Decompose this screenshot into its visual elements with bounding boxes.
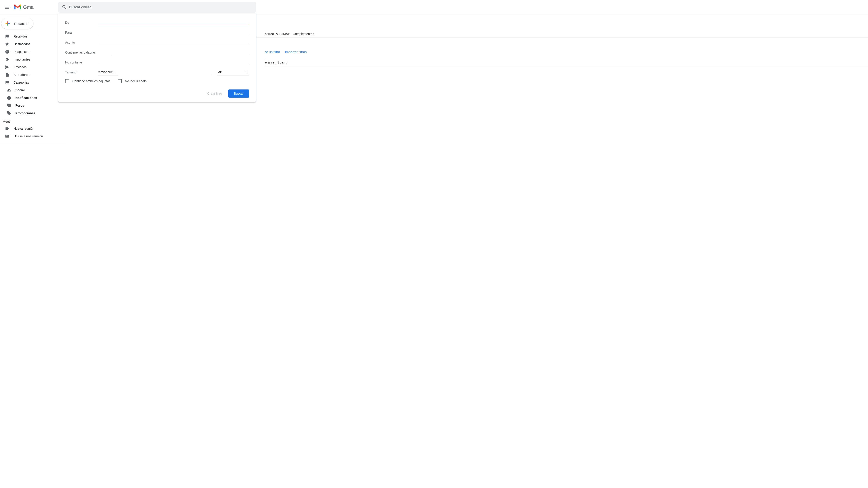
search-bar[interactable] xyxy=(58,2,256,13)
people-icon xyxy=(7,88,11,92)
sidebar-item-label: Categorías xyxy=(13,80,29,84)
sidebar-item-new-meeting[interactable]: Nueva reunión xyxy=(0,125,66,132)
info-icon xyxy=(7,96,11,100)
import-filters-link[interactable]: Importar filtros xyxy=(285,50,307,54)
search-container: De Para Asunto Contiene las palabras No … xyxy=(58,2,256,13)
sidebar-item-label: Promociones xyxy=(16,111,35,115)
filter-to-input[interactable] xyxy=(98,30,249,35)
important-icon xyxy=(5,57,9,62)
inbox-icon xyxy=(5,34,9,39)
sidebar-category-forums[interactable]: Foros xyxy=(0,102,66,109)
sidebar: Redactar Recibidos Destacados Pospuestos… xyxy=(0,14,66,488)
hamburger-icon xyxy=(4,4,10,10)
filter-to-label: Para xyxy=(65,31,98,34)
create-filter-button: Crear filtro xyxy=(207,92,222,95)
sidebar-item-starred[interactable]: Destacados xyxy=(0,40,66,48)
filter-from-label: De xyxy=(65,21,98,24)
sidebar-item-label: Pospuestos xyxy=(13,50,30,54)
filter-nothas-label: No contiene xyxy=(65,61,98,64)
advanced-search-panel: De Para Asunto Contiene las palabras No … xyxy=(58,13,256,102)
file-icon xyxy=(5,72,9,77)
sidebar-item-sent[interactable]: Enviados xyxy=(0,63,66,71)
filter-size-op-value: mayor que xyxy=(98,70,113,74)
sidebar-item-categories[interactable]: Categorías xyxy=(0,78,66,86)
sidebar-category-updates[interactable]: Notificaciones xyxy=(0,94,66,102)
filter-has-attachment-label: Contiene archivos adjuntos xyxy=(72,79,111,83)
brand-text: Gmail xyxy=(23,4,35,10)
filter-size-unit-value: MB xyxy=(217,70,222,74)
clock-icon xyxy=(5,50,9,54)
search-button[interactable]: Buscar xyxy=(228,90,249,98)
search-icon[interactable] xyxy=(60,3,69,12)
main-menu-button[interactable] xyxy=(2,2,13,13)
sidebar-item-label: Recibidos xyxy=(13,35,27,38)
filter-size-op-select[interactable]: mayor que xyxy=(98,69,118,75)
keyboard-icon xyxy=(5,134,9,138)
filter-haswords-input[interactable] xyxy=(112,50,249,55)
sidebar-item-join-meeting[interactable]: Unirse a una reunión xyxy=(0,132,66,140)
gmail-icon xyxy=(14,4,21,10)
filter-subject-label: Asunto xyxy=(65,41,98,44)
sidebar-item-label: Unirse a una reunión xyxy=(13,134,43,138)
filter-from-input[interactable] xyxy=(98,20,249,25)
sidebar-category-social[interactable]: Social xyxy=(0,86,66,94)
tag-icon xyxy=(7,111,11,116)
tab-addons[interactable]: Complementos xyxy=(293,32,314,37)
plus-icon xyxy=(4,20,11,27)
filter-has-attachment-checkbox[interactable]: Contiene archivos adjuntos xyxy=(65,79,111,83)
star-icon xyxy=(5,42,9,46)
dropdown-icon xyxy=(113,70,117,74)
filter-no-chats-label: No incluir chats xyxy=(125,79,147,83)
app-header: Gmail De Para Asunto Contiene las palab xyxy=(0,0,868,14)
sidebar-item-label: Importantes xyxy=(13,58,30,61)
label-icon xyxy=(5,80,9,85)
sidebar-item-drafts[interactable]: Borradores xyxy=(0,71,66,78)
sidebar-item-label: Nueva reunión xyxy=(13,127,34,130)
create-filter-link[interactable]: ar un filtro xyxy=(265,50,280,54)
filter-haswords-label: Contiene las palabras xyxy=(65,51,112,54)
sidebar-item-label: Notificaciones xyxy=(16,96,37,100)
sidebar-item-label: Enviados xyxy=(13,65,27,69)
sidebar-item-label: Borradores xyxy=(13,73,29,76)
forum-icon xyxy=(7,103,11,108)
checkbox-icon xyxy=(65,79,69,83)
brand-logo[interactable]: Gmail xyxy=(14,4,35,10)
sidebar-item-snoozed[interactable]: Pospuestos xyxy=(0,48,66,56)
spam-hint-text: erán en Spam: xyxy=(265,58,868,66)
filter-size-unit-select[interactable]: MB xyxy=(217,69,249,75)
filter-subject-input[interactable] xyxy=(98,40,249,45)
compose-button[interactable]: Redactar xyxy=(1,18,33,29)
filter-size-label: Tamaño xyxy=(65,70,98,74)
send-icon xyxy=(5,65,9,69)
filter-no-chats-checkbox[interactable]: No incluir chats xyxy=(118,79,147,83)
dropdown-icon xyxy=(244,70,248,74)
sidebar-category-promotions[interactable]: Promociones xyxy=(0,109,66,117)
tab-pop-imap[interactable]: correo POP/IMAP xyxy=(265,32,290,37)
sidebar-item-label: Destacados xyxy=(13,42,30,46)
meet-section-label: Meet xyxy=(0,117,66,125)
sidebar-divider xyxy=(0,143,66,143)
sidebar-item-important[interactable]: Importantes xyxy=(0,56,66,63)
sidebar-item-label: Social xyxy=(16,88,25,92)
sidebar-item-label: Foros xyxy=(16,104,24,107)
video-icon xyxy=(5,126,9,131)
search-input[interactable] xyxy=(69,5,254,9)
filter-size-value-input[interactable] xyxy=(118,70,211,75)
filter-nothas-input[interactable] xyxy=(98,60,249,65)
checkbox-icon xyxy=(118,79,122,83)
compose-label: Redactar xyxy=(14,22,28,26)
sidebar-item-inbox[interactable]: Recibidos xyxy=(0,33,66,40)
